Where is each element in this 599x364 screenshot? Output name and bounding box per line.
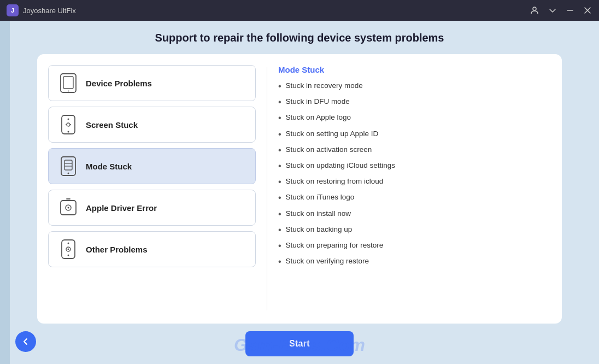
category-device-problems[interactable]: Device Problems [48, 65, 256, 101]
detail-item-1: • Stuck in DFU mode [278, 97, 549, 107]
category-mode-stuck[interactable]: Mode Stuck [48, 148, 256, 184]
screen-stuck-icon [58, 115, 78, 134]
bullet-1: • [278, 97, 281, 107]
bullet-7: • [278, 192, 281, 203]
bottom-area: Start [37, 324, 562, 359]
titlebar: J Joyoshare UltFix [0, 0, 599, 21]
category-apple-driver-error[interactable]: Apple Driver Error [48, 190, 256, 226]
detail-item-5: • Stuck on updating iCloud settings [278, 161, 549, 171]
detail-text-5: Stuck on updating iCloud settings [286, 161, 395, 171]
bullet-10: • [278, 240, 281, 251]
category-screen-stuck[interactable]: Screen Stuck [48, 107, 256, 143]
svg-point-5 [68, 119, 69, 120]
detail-text-11: Stuck on verifying restore [286, 256, 369, 267]
mode-stuck-icon [58, 156, 78, 176]
bullet-4: • [278, 145, 281, 155]
back-button[interactable] [15, 331, 36, 352]
detail-panel: Mode Stuck • Stuck in recovery mode • St… [278, 65, 551, 313]
detail-text-10: Stuck on preparing for restore [286, 240, 384, 251]
other-problems-icon [58, 239, 78, 259]
svg-point-20 [68, 255, 69, 256]
detail-item-8: • Stuck on install now [278, 209, 549, 219]
close-button[interactable] [583, 5, 592, 15]
svg-rect-11 [64, 160, 72, 170]
detail-text-7: Stuck on iTunes logo [286, 192, 355, 203]
content-card: Device Problems Screen Stuck [37, 54, 562, 324]
detail-item-9: • Stuck on backing up [278, 225, 549, 235]
bullet-2: • [278, 113, 281, 123]
main-window: Support to repair the following device s… [0, 21, 599, 364]
left-nav [0, 21, 10, 364]
bullet-0: • [278, 81, 281, 91]
page-title: Support to repair the following device s… [155, 32, 444, 44]
detail-item-0: • Stuck in recovery mode [278, 81, 549, 91]
svg-point-8 [70, 124, 71, 125]
other-problems-label: Other Problems [86, 245, 148, 254]
svg-point-3 [68, 91, 69, 92]
svg-point-0 [533, 7, 536, 10]
apple-driver-error-label: Apple Driver Error [86, 203, 157, 213]
detail-item-11: • Stuck on verifying restore [278, 256, 549, 267]
categories-list: Device Problems Screen Stuck [48, 65, 256, 313]
bullet-8: • [278, 209, 281, 219]
detail-text-4: Stuck on activation screen [286, 145, 372, 155]
detail-item-4: • Stuck on activation screen [278, 145, 549, 155]
screen-stuck-label: Screen Stuck [86, 120, 138, 130]
svg-point-15 [68, 207, 69, 209]
bullet-11: • [278, 256, 281, 267]
svg-point-9 [68, 131, 69, 133]
account-button[interactable] [529, 5, 540, 16]
category-other-problems[interactable]: Other Problems [48, 231, 256, 267]
detail-section-title: Mode Stuck [278, 65, 549, 74]
app-title: Joyoshare UltFix [23, 7, 76, 15]
svg-point-17 [68, 243, 69, 244]
detail-item-10: • Stuck on preparing for restore [278, 240, 549, 251]
detail-item-7: • Stuck on iTunes logo [278, 192, 549, 203]
detail-text-8: Stuck on install now [286, 209, 351, 219]
bullet-3: • [278, 129, 281, 139]
detail-text-3: Stuck on setting up Apple ID [286, 129, 379, 139]
app-logo: J [7, 4, 19, 16]
apple-driver-error-icon [58, 198, 78, 218]
detail-text-6: Stuck on restoring from icloud [286, 177, 384, 187]
detail-text-9: Stuck on backing up [286, 225, 353, 235]
svg-point-6 [67, 123, 70, 126]
detail-text-1: Stuck in DFU mode [286, 97, 350, 107]
detail-text-2: Stuck on Apple logo [286, 113, 351, 123]
svg-rect-2 [63, 77, 73, 89]
detail-item-6: • Stuck on restoring from icloud [278, 177, 549, 187]
bullet-6: • [278, 177, 281, 187]
vertical-divider [267, 67, 267, 310]
detail-text-0: Stuck in recovery mode [286, 81, 363, 91]
device-problems-icon [58, 73, 78, 93]
mode-stuck-label: Mode Stuck [86, 162, 132, 171]
bullet-9: • [278, 225, 281, 235]
window-controls [529, 5, 592, 16]
chevron-button[interactable] [548, 5, 557, 15]
device-problems-label: Device Problems [86, 79, 152, 88]
detail-item-2: • Stuck on Apple logo [278, 113, 549, 123]
start-button[interactable]: Start [245, 331, 354, 356]
bullet-5: • [278, 161, 281, 171]
svg-point-12 [68, 173, 69, 174]
svg-point-7 [66, 124, 67, 125]
detail-item-3: • Stuck on setting up Apple ID [278, 129, 549, 139]
svg-point-19 [68, 249, 69, 250]
minimize-button[interactable] [565, 5, 575, 15]
